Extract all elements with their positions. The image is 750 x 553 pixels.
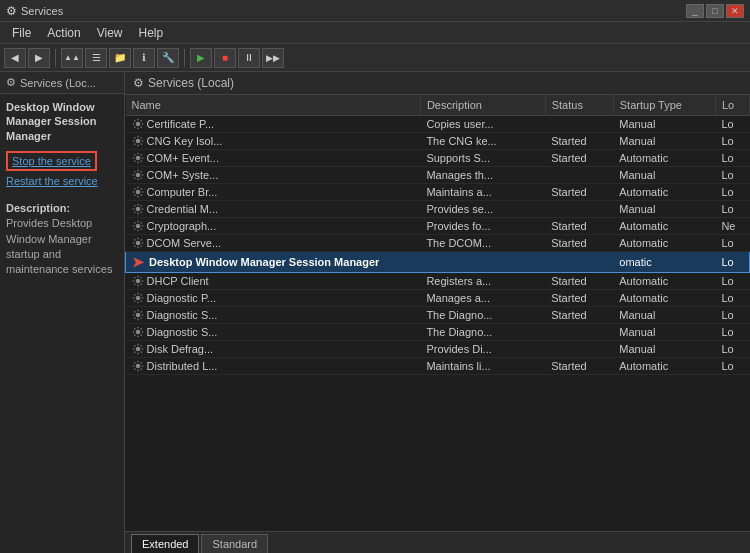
show-button[interactable]: ☰ [85, 48, 107, 68]
service-startup: Automatic [613, 235, 715, 252]
service-logon: Ne [715, 218, 749, 235]
pause-button[interactable]: ⏸ [238, 48, 260, 68]
menu-view[interactable]: View [89, 24, 131, 42]
service-description: Supports S... [420, 150, 545, 167]
selected-service-title: Desktop Window Manager Session Manager [6, 100, 118, 143]
service-status: Started [545, 150, 613, 167]
service-description: Manages a... [420, 290, 545, 307]
service-gear-icon [132, 135, 144, 147]
service-description: Maintains li... [420, 358, 545, 375]
forward-button[interactable]: ▶ [28, 48, 50, 68]
properties-button[interactable]: 🔧 [157, 48, 179, 68]
table-row[interactable]: COM+ Syste...Manages th...ManualLo [126, 167, 750, 184]
service-status [545, 324, 613, 341]
svg-point-10 [135, 313, 140, 318]
service-name: Distributed L... [147, 360, 218, 372]
content-header-icon: ⚙ [133, 76, 144, 90]
service-gear-icon [132, 220, 144, 232]
service-name: Certificate P... [147, 118, 215, 130]
table-row[interactable]: Diagnostic S...The Diagno...ManualLo [126, 324, 750, 341]
service-description: Manages th... [420, 167, 545, 184]
service-logon: Lo [715, 167, 749, 184]
service-description: Registers a... [420, 273, 545, 290]
table-row[interactable]: CNG Key Isol...The CNG ke...StartedManua… [126, 133, 750, 150]
service-logon: Lo [715, 235, 749, 252]
service-gear-icon [132, 169, 144, 181]
service-name: Diagnostic P... [147, 292, 217, 304]
service-name: Desktop Window Manager Session Manager [149, 256, 379, 268]
service-gear-icon [132, 118, 144, 130]
menu-file[interactable]: File [4, 24, 39, 42]
title-bar: ⚙ Services _ □ ✕ [0, 0, 750, 22]
col-startup[interactable]: Startup Type [613, 95, 715, 116]
service-gear-icon [132, 237, 144, 249]
selection-arrow-icon: ➤ [132, 254, 144, 270]
services-table[interactable]: Name Description Status Startup Type Lo … [125, 95, 750, 531]
table-row[interactable]: Certificate P...Copies user...ManualLo [126, 116, 750, 133]
maximize-button[interactable]: □ [706, 4, 724, 18]
service-name: Diagnostic S... [147, 309, 218, 321]
service-startup: Manual [613, 341, 715, 358]
svg-point-9 [135, 296, 140, 301]
toolbar: ◀ ▶ ▲▲ ☰ 📁 ℹ 🔧 ▶ ■ ⏸ ▶▶ [0, 44, 750, 72]
stop-service-link[interactable]: Stop the service [6, 151, 97, 171]
service-status: Started [545, 307, 613, 324]
service-description: Provides se... [420, 201, 545, 218]
start-button[interactable]: ▶ [190, 48, 212, 68]
info-button[interactable]: ℹ [133, 48, 155, 68]
service-description: The Diagno... [420, 324, 545, 341]
service-startup: Manual [613, 324, 715, 341]
table-row[interactable]: Credential M...Provides se...ManualLo [126, 201, 750, 218]
svg-point-3 [135, 173, 140, 178]
resume-button[interactable]: ▶▶ [262, 48, 284, 68]
col-logon[interactable]: Lo [715, 95, 749, 116]
svg-point-6 [135, 224, 140, 229]
col-status[interactable]: Status [545, 95, 613, 116]
minimize-button[interactable]: _ [686, 4, 704, 18]
tab-extended[interactable]: Extended [131, 534, 199, 553]
sidebar-header-text: Services (Loc... [20, 77, 96, 89]
table-row[interactable]: Disk Defrag...Provides Di...ManualLo [126, 341, 750, 358]
col-desc[interactable]: Description [420, 95, 545, 116]
service-startup: Manual [613, 201, 715, 218]
sidebar-header: ⚙ Services (Loc... [0, 72, 124, 94]
table-row[interactable]: DHCP ClientRegisters a...StartedAutomati… [126, 273, 750, 290]
service-name: Cryptograph... [147, 220, 217, 232]
back-button[interactable]: ◀ [4, 48, 26, 68]
service-logon: Lo [715, 341, 749, 358]
folder-button[interactable]: 📁 [109, 48, 131, 68]
menu-action[interactable]: Action [39, 24, 88, 42]
service-name: Computer Br... [147, 186, 218, 198]
service-gear-icon [132, 203, 144, 215]
content-area: ⚙ Services (Local) Name Description Stat… [125, 72, 750, 553]
service-gear-icon [132, 186, 144, 198]
table-row[interactable]: DCOM Serve...The DCOM...StartedAutomatic… [126, 235, 750, 252]
service-status: Started [545, 184, 613, 201]
service-logon: Lo [715, 201, 749, 218]
stop-button[interactable]: ■ [214, 48, 236, 68]
svg-point-12 [135, 347, 140, 352]
table-row[interactable]: Cryptograph...Provides fo...StartedAutom… [126, 218, 750, 235]
table-row[interactable]: Diagnostic P...Manages a...StartedAutoma… [126, 290, 750, 307]
up-button[interactable]: ▲▲ [61, 48, 83, 68]
service-status: Started [545, 218, 613, 235]
table-row[interactable]: ➤Desktop Window Manager Session Managero… [126, 252, 750, 273]
menu-help[interactable]: Help [131, 24, 172, 42]
close-button[interactable]: ✕ [726, 4, 744, 18]
col-name[interactable]: Name [126, 95, 421, 116]
restart-service-link[interactable]: Restart the service [6, 173, 118, 189]
service-status [545, 341, 613, 358]
svg-point-0 [135, 122, 140, 127]
content-header-text: Services (Local) [148, 76, 234, 90]
table-row[interactable]: COM+ Event...Supports S...StartedAutomat… [126, 150, 750, 167]
service-name: DCOM Serve... [147, 237, 222, 249]
service-name: Disk Defrag... [147, 343, 214, 355]
table-row[interactable]: Computer Br...Maintains a...StartedAutom… [126, 184, 750, 201]
service-name: COM+ Syste... [147, 169, 219, 181]
tab-standard[interactable]: Standard [201, 534, 268, 553]
sidebar-gear-icon: ⚙ [6, 76, 16, 89]
service-startup: Automatic [613, 150, 715, 167]
service-status [545, 167, 613, 184]
table-row[interactable]: Diagnostic S...The Diagno...StartedManua… [126, 307, 750, 324]
table-row[interactable]: Distributed L...Maintains li...StartedAu… [126, 358, 750, 375]
